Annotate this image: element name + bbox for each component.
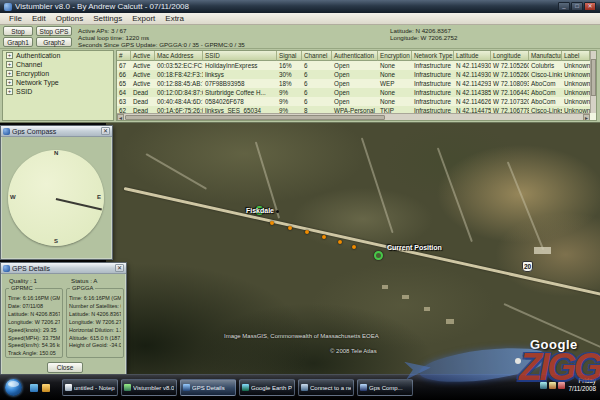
- table-cell: Open: [332, 97, 378, 106]
- table-cell: W 72.1064433: [491, 88, 529, 97]
- stop-gps-button[interactable]: Stop GPS: [36, 26, 72, 36]
- details-window-icon: [3, 265, 10, 272]
- taskbar-button-label: Connect to a network: [310, 385, 351, 391]
- column-header-mac-address[interactable]: Mac Address: [155, 51, 203, 61]
- tree-item-network-type[interactable]: +Network Type: [3, 78, 113, 87]
- table-cell: N 42.1146267: [454, 97, 491, 106]
- table-row[interactable]: 64Dead00:12:0D:84:87:CASturbridge Coffee…: [117, 88, 590, 97]
- taskbar-button-gps-details[interactable]: GPS Details: [180, 379, 236, 396]
- table-cell: None: [378, 61, 412, 70]
- column-header-network-type[interactable]: Network Type: [412, 51, 454, 61]
- table-row[interactable]: 63Dead00:40:48:4A:6D:710584026F6789%6Ope…: [117, 97, 590, 106]
- table-row[interactable]: 66Active00:18:F8:42:F3:1Alinksys30%6Open…: [117, 70, 590, 79]
- expand-icon[interactable]: +: [6, 79, 13, 86]
- tree-item-channel[interactable]: +Channel: [3, 60, 113, 69]
- taskbar-button-untitled-notepad[interactable]: untitled - Notepad: [62, 379, 118, 396]
- gpgga-line: Height of Geoid: -34.0M: [69, 342, 121, 350]
- taskbar-button-connect-to-a-network[interactable]: Connect to a network: [298, 379, 354, 396]
- graph1-button[interactable]: Graph1: [3, 37, 33, 47]
- vertical-scrollbar[interactable]: [590, 51, 596, 113]
- table-cell: Cisco-Linksys: [529, 106, 562, 113]
- expand-icon[interactable]: +: [6, 88, 13, 95]
- table-cell: AboCom: [529, 88, 562, 97]
- tray-volume-icon[interactable]: [549, 382, 556, 389]
- column-header-latitude[interactable]: Latitude: [454, 51, 491, 61]
- tree-item-authentication[interactable]: +Authentication: [3, 51, 113, 60]
- stop-button[interactable]: Stop: [3, 26, 33, 36]
- menu-export[interactable]: Export: [127, 14, 160, 23]
- details-window-title: GPS Details: [12, 265, 113, 272]
- access-point-marker[interactable]: [288, 226, 292, 230]
- table-cell: 07F98B93958: [203, 79, 277, 88]
- details-title-bar[interactable]: GPS Details ✕: [1, 263, 126, 274]
- tree-item-encryption[interactable]: +Encryption: [3, 69, 113, 78]
- compass-title-bar[interactable]: Gps Compass ✕: [1, 126, 112, 137]
- close-button[interactable]: ✕: [584, 2, 596, 11]
- horizontal-scrollbar[interactable]: ◄ ►: [117, 113, 590, 120]
- column-header-longitude[interactable]: Longitude: [491, 51, 529, 61]
- map-credit-massgis: Image MassGIS, Commonwealth of Massachus…: [224, 333, 379, 339]
- maximize-button[interactable]: □: [571, 2, 583, 11]
- access-point-marker[interactable]: [322, 235, 326, 239]
- table-cell: 9%: [277, 106, 302, 113]
- taskbar-app-icon: [124, 384, 131, 391]
- scroll-right-arrow[interactable]: ►: [583, 114, 590, 121]
- column-header-authentication[interactable]: Authentication: [332, 51, 378, 61]
- table-row[interactable]: 62Dead00:1A:6F:75:26:08linksys_SES_65034…: [117, 106, 590, 113]
- title-bar[interactable]: Vistumbler v8.0 - By Andrew Calcutt - 07…: [0, 0, 600, 13]
- tree-item-ssid[interactable]: +SSID: [3, 87, 113, 96]
- start-button[interactable]: [5, 379, 22, 396]
- expand-icon[interactable]: +: [6, 52, 13, 59]
- column-header-active[interactable]: Active: [131, 51, 155, 61]
- column-header-encryption[interactable]: Encryption: [378, 51, 412, 61]
- minimize-button[interactable]: _: [558, 2, 570, 11]
- gprmc-line: Date: 07/11/08: [8, 303, 60, 311]
- scrollbar-thumb[interactable]: [125, 115, 385, 120]
- table-row[interactable]: 67Active00:03:52:EC:FC:50HolidayInnExpre…: [117, 61, 590, 70]
- graph2-button[interactable]: Graph2: [36, 37, 72, 47]
- quick-launch-icon[interactable]: [42, 384, 50, 392]
- column-header-manufacturer[interactable]: Manufacturer: [529, 51, 562, 61]
- table-cell: WPA-Personal: [332, 106, 378, 113]
- taskbar-clock[interactable]: Friday 7/11/2008: [568, 377, 598, 393]
- tray-network-icon[interactable]: [540, 382, 547, 389]
- taskbar-button-google-earth-plus[interactable]: Google Earth Plus: [239, 379, 295, 396]
- table-cell: 9%: [277, 97, 302, 106]
- system-tray: Friday 7/11/2008: [540, 377, 598, 393]
- compass-close-icon[interactable]: ✕: [101, 127, 110, 135]
- details-close-button[interactable]: Close: [47, 362, 83, 373]
- table-cell: AboCom: [529, 79, 562, 88]
- menu-extra[interactable]: Extra: [160, 14, 189, 23]
- details-close-icon[interactable]: ✕: [115, 264, 124, 272]
- menu-options[interactable]: Options: [51, 14, 89, 23]
- menu-settings[interactable]: Settings: [88, 14, 127, 23]
- access-point-marker[interactable]: [305, 230, 309, 234]
- menu-file[interactable]: File: [4, 14, 27, 23]
- column-header-signal[interactable]: Signal: [277, 51, 302, 61]
- expand-icon[interactable]: +: [6, 61, 13, 68]
- tray-security-icon[interactable]: [558, 382, 565, 389]
- column-header-label[interactable]: Label: [562, 51, 590, 61]
- side-road: [146, 153, 207, 189]
- column-header-ssid[interactable]: SSID: [203, 51, 277, 61]
- expand-icon[interactable]: +: [6, 70, 13, 77]
- quick-launch-icon[interactable]: [30, 384, 38, 392]
- side-road: [437, 147, 473, 241]
- gps-status: Status : A: [71, 277, 97, 284]
- table-row[interactable]: 65Active00:12:88:45:AB:7107F98B9395818%6…: [117, 79, 590, 88]
- access-point-marker[interactable]: [352, 245, 356, 249]
- table-cell: Dead: [131, 88, 155, 97]
- access-point-marker[interactable]: [270, 221, 274, 225]
- taskbar-button-vistumbler-v8-0-by[interactable]: Vistumbler v8.0 - By...: [121, 379, 177, 396]
- menu-edit[interactable]: Edit: [27, 14, 51, 23]
- access-point-marker[interactable]: [338, 240, 342, 244]
- taskbar-button-label: Vistumbler v8.0 - By...: [133, 385, 174, 391]
- gps-position-marker[interactable]: [374, 251, 383, 260]
- column-header-channel[interactable]: Channel: [302, 51, 332, 61]
- column-header--[interactable]: #: [117, 51, 131, 61]
- google-earth-map[interactable]: Fiskdale Current Position 20 Image MassG…: [106, 123, 600, 376]
- scroll-left-arrow[interactable]: ◄: [117, 114, 124, 121]
- table-cell: 66: [117, 70, 131, 79]
- taskbar-button-gps-comp[interactable]: Gps Comp...: [357, 379, 413, 396]
- table-header[interactable]: #ActiveMac AddressSSIDSignalChannelAuthe…: [117, 51, 590, 61]
